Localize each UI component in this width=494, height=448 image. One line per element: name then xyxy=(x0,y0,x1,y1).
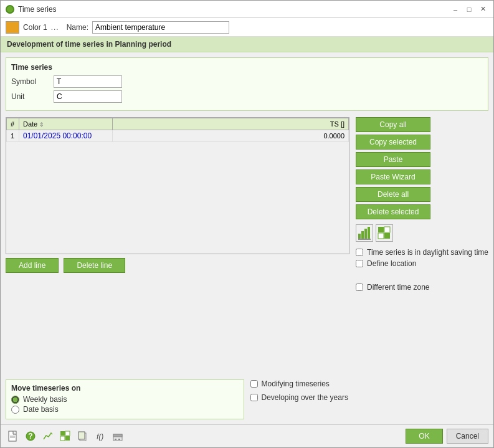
symbol-input[interactable] xyxy=(54,75,122,88)
window: Time series – □ ✕ Color 1 ... Name: Deve… xyxy=(0,0,494,448)
svg-rect-15 xyxy=(65,431,70,436)
buttons-panel: Copy all Copy selected Paste Paste Wizar… xyxy=(356,117,488,219)
date-basis-row: Date basis xyxy=(11,405,239,414)
modifying-timeseries-label: Modifying timeseries xyxy=(262,379,330,388)
file-icon xyxy=(7,431,19,442)
data-table: # Date ⇕ TS [] 1 01/01/2025 00:00:00 0.0… xyxy=(6,118,349,142)
grid2-icon xyxy=(60,431,71,442)
copy-icon xyxy=(77,431,88,442)
name-input[interactable] xyxy=(92,21,229,34)
move-section-title: Move timeseries on xyxy=(11,384,239,393)
window-title: Time series xyxy=(18,5,57,14)
svg-rect-5 xyxy=(378,227,384,232)
unit-label: Unit xyxy=(11,92,49,101)
col-header-date: Date ⇕ xyxy=(19,118,113,130)
svg-rect-22 xyxy=(113,434,122,437)
grid-icon xyxy=(378,226,391,240)
table-row[interactable]: 1 01/01/2025 00:00:00 0.0000 xyxy=(7,130,349,142)
function-icon-button[interactable]: f() xyxy=(93,429,108,444)
wizard-icon-button[interactable] xyxy=(110,429,125,444)
different-timezone-row: Different time zone xyxy=(356,283,488,292)
copy-selected-button[interactable]: Copy selected xyxy=(356,135,430,150)
color-bar: Color 1 ... Name: xyxy=(1,18,493,37)
right-lower-area: Modifying timeseries Developing over the… xyxy=(250,379,489,419)
sort-icon: ⇕ xyxy=(39,122,44,128)
function-icon: f() xyxy=(95,431,106,442)
define-location-checkbox[interactable] xyxy=(356,260,363,267)
chart2-icon xyxy=(42,431,54,442)
weekly-basis-radio[interactable] xyxy=(11,396,19,404)
color-swatch[interactable] xyxy=(6,21,19,34)
different-timezone-checkbox[interactable] xyxy=(356,284,363,291)
date-basis-radio[interactable] xyxy=(11,406,19,414)
svg-rect-17 xyxy=(65,436,70,441)
symbol-row: Symbol xyxy=(11,75,483,88)
add-line-button[interactable]: Add line xyxy=(6,258,59,273)
title-controls: – □ ✕ xyxy=(450,4,488,14)
define-location-label: Define location xyxy=(367,259,416,268)
table-scroll[interactable]: # Date ⇕ TS [] 1 01/01/2025 00:00:00 0.0… xyxy=(6,117,349,254)
svg-rect-1 xyxy=(361,231,364,239)
chart-icon xyxy=(358,226,371,240)
delete-line-button[interactable]: Delete line xyxy=(64,258,125,273)
cell-num: 1 xyxy=(7,130,19,142)
define-location-row: Define location xyxy=(356,259,488,268)
group-box-title: Time series xyxy=(11,63,483,72)
svg-text:f(): f() xyxy=(97,432,103,441)
different-timezone-label: Different time zone xyxy=(367,283,430,292)
cell-date: 01/01/2025 00:00:00 xyxy=(19,130,113,142)
date-value: 01/01/2025 00:00:00 xyxy=(23,131,92,140)
file-icon-button[interactable] xyxy=(6,429,21,444)
svg-rect-2 xyxy=(364,229,367,239)
daylight-saving-checkbox[interactable] xyxy=(356,249,363,256)
col-header-num: # xyxy=(7,118,19,130)
help-icon-button[interactable]: ? xyxy=(23,429,38,444)
close-button[interactable]: ✕ xyxy=(477,4,488,14)
copy-all-button[interactable]: Copy all xyxy=(356,117,430,132)
move-section: Move timeseries on Weekly basis Date bas… xyxy=(6,379,244,419)
section-header: Development of time series in Planning p… xyxy=(1,37,493,52)
paste-wizard-button[interactable]: Paste Wizard xyxy=(356,169,430,184)
paste-button[interactable]: Paste xyxy=(356,152,430,167)
chart-icon-button[interactable] xyxy=(356,224,373,242)
svg-rect-8 xyxy=(384,233,390,239)
grid2-icon-button[interactable] xyxy=(58,429,73,444)
checkboxes-area: Time series is in daylight saving time D… xyxy=(356,248,488,294)
unit-input[interactable] xyxy=(54,90,122,103)
symbol-label: Symbol xyxy=(11,77,49,86)
modifying-timeseries-checkbox[interactable] xyxy=(250,380,258,388)
time-series-group: Time series Symbol Unit xyxy=(6,57,488,111)
dialog-buttons: OK Cancel xyxy=(406,429,488,444)
col-header-ts: TS [] xyxy=(113,118,349,130)
modifying-timeseries-row: Modifying timeseries xyxy=(250,379,489,388)
copy-icon-button[interactable] xyxy=(75,429,90,444)
weekly-basis-label: Weekly basis xyxy=(23,395,67,404)
svg-text:?: ? xyxy=(28,432,32,441)
minimize-button[interactable]: – xyxy=(450,4,461,14)
date-basis-label: Date basis xyxy=(23,405,59,414)
two-col-area: # Date ⇕ TS [] 1 01/01/2025 00:00:00 0.0… xyxy=(6,117,488,373)
name-label: Name: xyxy=(67,23,88,32)
maximize-button[interactable]: □ xyxy=(463,4,475,14)
ok-button[interactable]: OK xyxy=(406,429,442,444)
delete-all-button[interactable]: Delete all xyxy=(356,187,430,202)
color-dots-button[interactable]: ... xyxy=(51,23,59,32)
developing-years-row: Developing over the years xyxy=(250,393,489,402)
chart2-icon-button[interactable] xyxy=(40,429,55,444)
svg-rect-0 xyxy=(358,234,361,239)
developing-years-checkbox[interactable] xyxy=(250,394,258,401)
delete-selected-button[interactable]: Delete selected xyxy=(356,204,430,219)
svg-rect-23 xyxy=(115,439,116,440)
title-bar: Time series – □ ✕ xyxy=(1,1,493,18)
help-icon: ? xyxy=(25,431,36,442)
svg-rect-24 xyxy=(118,439,120,440)
main-content: Time series Symbol Unit # xyxy=(1,52,493,424)
table-area: # Date ⇕ TS [] 1 01/01/2025 00:00:00 0.0… xyxy=(6,117,349,373)
svg-rect-19 xyxy=(78,432,85,439)
cancel-button[interactable]: Cancel xyxy=(447,429,488,444)
lower-two-col: Move timeseries on Weekly basis Date bas… xyxy=(6,379,488,419)
grid-icon-button[interactable] xyxy=(376,224,393,242)
svg-rect-7 xyxy=(378,233,384,239)
svg-rect-14 xyxy=(60,431,65,436)
icon-buttons-row xyxy=(356,224,488,242)
